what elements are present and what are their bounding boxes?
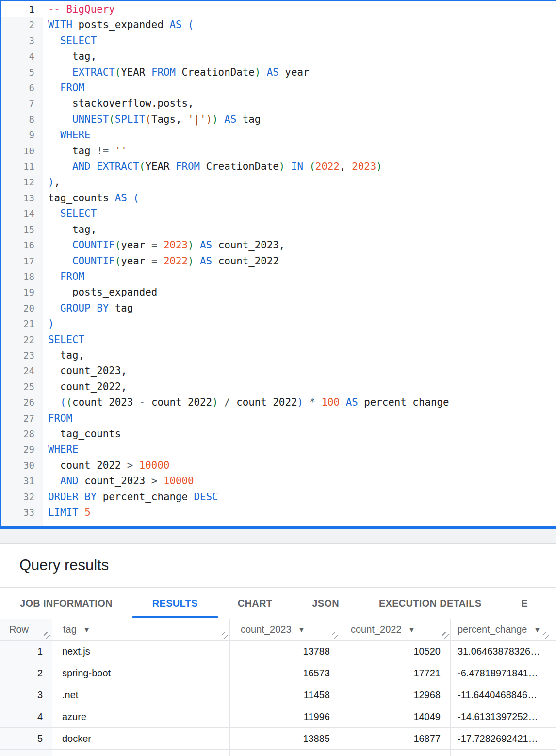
code-token: SELECT: [48, 334, 84, 345]
cell-count_2022: 10520: [340, 641, 451, 662]
cell-tag: azure: [52, 706, 230, 728]
code-line[interactable]: 6 FROM: [1, 80, 556, 96]
code-line[interactable]: 8 UNNEST(SPLIT(Tags, '|')) AS tag: [1, 112, 556, 127]
code-line-text: count_2022 > 10000: [43, 458, 556, 473]
code-token: AS: [169, 19, 181, 31]
code-token: count_2022: [236, 396, 297, 408]
code-line[interactable]: 12),: [1, 174, 556, 190]
column-header-percent_change[interactable]: percent_change▼: [451, 619, 551, 641]
code-line[interactable]: 20 GROUP BY tag: [1, 300, 556, 316]
sort-arrow-icon[interactable]: ▼: [83, 626, 90, 633]
code-line[interactable]: 14 SELECT: [1, 206, 556, 221]
line-number: 18: [1, 269, 43, 284]
code-line[interactable]: 5 EXTRACT(YEAR FROM CreationDate) AS yea…: [1, 65, 556, 80]
code-line[interactable]: 23 tag,: [1, 347, 556, 363]
sql-editor[interactable]: 1-- BigQuery2WITH posts_expanded AS (3 S…: [0, 0, 556, 529]
code-line[interactable]: 4 tag,: [1, 49, 556, 64]
code-line[interactable]: 11 AND EXTRACT(YEAR FROM CreationDate) I…: [1, 159, 556, 174]
code-line[interactable]: 16 COUNTIF(year = 2023) AS count_2023,: [1, 237, 556, 253]
code-token: percent_change: [97, 491, 194, 503]
code-token: (: [139, 161, 146, 172]
code-line[interactable]: 9 WHERE: [1, 127, 556, 143]
code-line[interactable]: 21): [1, 316, 556, 331]
code-token: posts_expanded: [48, 286, 157, 298]
code-token: AS: [194, 239, 213, 251]
code-line[interactable]: 32ORDER BY percent_change DESC: [1, 489, 556, 505]
code-line[interactable]: 15 tag,: [1, 222, 556, 237]
tab-job-information[interactable]: JOB INFORMATION: [0, 588, 132, 619]
column-header-label: percent_change: [458, 624, 527, 635]
tab-e[interactable]: E: [501, 588, 548, 619]
code-line[interactable]: 13tag_counts AS (: [1, 190, 556, 206]
sort-arrow-icon[interactable]: ▼: [409, 626, 415, 633]
code-line[interactable]: 18 FROM: [1, 269, 556, 284]
code-token: WHERE: [48, 129, 91, 141]
indent-guide: [55, 284, 55, 300]
column-resize-handle-icon[interactable]: [44, 632, 50, 639]
tab-json[interactable]: JSON: [292, 588, 359, 619]
indent-guide: [43, 394, 43, 410]
code-line-text: UNNEST(SPLIT(Tags, '|')) AS tag: [43, 112, 556, 127]
code-token: FROM: [151, 66, 176, 78]
code-line[interactable]: 26 ((count_2023 - count_2022) / count_20…: [1, 394, 556, 410]
column-resize-handle-icon[interactable]: [543, 632, 549, 639]
cell-tag: spring-boot: [52, 662, 230, 684]
code-line[interactable]: 31 AND count_2023 > 10000: [1, 473, 556, 489]
code-line[interactable]: 19 posts_expanded: [1, 284, 556, 300]
indent-guide: [55, 96, 55, 111]
code-token: ,: [340, 161, 352, 172]
column-header-_stub: [551, 619, 556, 641]
code-line[interactable]: 24 count_2023,: [1, 363, 556, 378]
code-token: posts_expanded: [72, 19, 169, 31]
code-line-text: ): [43, 316, 556, 331]
code-line[interactable]: 3 SELECT: [1, 33, 556, 49]
code-token: [303, 161, 310, 172]
code-token: AND: [48, 475, 79, 487]
cell-stub: [230, 750, 340, 756]
code-token: YEAR: [145, 161, 176, 172]
column-resize-handle-icon[interactable]: [222, 632, 228, 639]
code-token: (: [145, 114, 151, 125]
column-header-tag[interactable]: tag▼: [52, 619, 230, 641]
table-row: 3.net1145812968-11.6440468846…: [0, 684, 556, 706]
code-line-text: tag,: [43, 347, 556, 363]
tab-chart[interactable]: CHART: [218, 588, 293, 619]
column-header-row: Row: [0, 619, 52, 641]
code-line[interactable]: 2WITH posts_expanded AS (: [1, 17, 556, 33]
code-token: year: [121, 239, 151, 251]
code-line[interactable]: 33LIMIT 5: [1, 505, 556, 520]
code-line[interactable]: 25 count_2022,: [1, 379, 556, 394]
code-token: DESC: [194, 491, 218, 503]
code-token: CreationDate: [176, 66, 255, 78]
code-line[interactable]: 29WHERE: [1, 442, 556, 457]
line-number: 15: [1, 222, 43, 237]
tab-execution-details[interactable]: EXECUTION DETAILS: [359, 588, 501, 619]
column-resize-handle-icon[interactable]: [442, 632, 449, 639]
code-token: ): [188, 255, 194, 267]
cell-tag: .net: [52, 684, 230, 706]
column-header-count_2023[interactable]: count_2023▼: [230, 619, 340, 641]
code-token: (: [115, 239, 121, 251]
column-header-count_2022[interactable]: count_2022▼: [340, 619, 451, 641]
code-token: COUNTIF: [48, 239, 115, 251]
indent-guide: [43, 269, 43, 284]
sort-arrow-icon[interactable]: ▼: [534, 626, 540, 633]
code-line[interactable]: 1-- BigQuery: [1, 1, 556, 17]
cell-stub: [52, 750, 230, 756]
table-header-row: Rowtag▼count_2023▼count_2022▼percent_cha…: [0, 619, 556, 641]
tab-results[interactable]: RESULTS: [132, 588, 218, 619]
indent-guide: [55, 253, 55, 269]
code-token: FROM: [48, 412, 72, 424]
code-line[interactable]: 17 COUNTIF(year = 2022) AS count_2022: [1, 253, 556, 269]
column-resize-handle-icon[interactable]: [332, 632, 338, 639]
sort-arrow-icon[interactable]: ▼: [298, 626, 305, 633]
code-line[interactable]: 30 count_2022 > 10000: [1, 458, 556, 473]
code-line[interactable]: 10 tag != '': [1, 143, 556, 159]
cell-percent_change: -17.7282692421…: [451, 728, 551, 750]
code-line[interactable]: 7 stackoverflow.posts,: [1, 96, 556, 111]
code-line[interactable]: 28 tag_counts: [1, 426, 556, 442]
code-line[interactable]: 22SELECT: [1, 332, 556, 347]
code-line[interactable]: 27FROM: [1, 411, 556, 426]
line-number: 5: [1, 65, 43, 80]
line-number: 17: [1, 253, 43, 269]
